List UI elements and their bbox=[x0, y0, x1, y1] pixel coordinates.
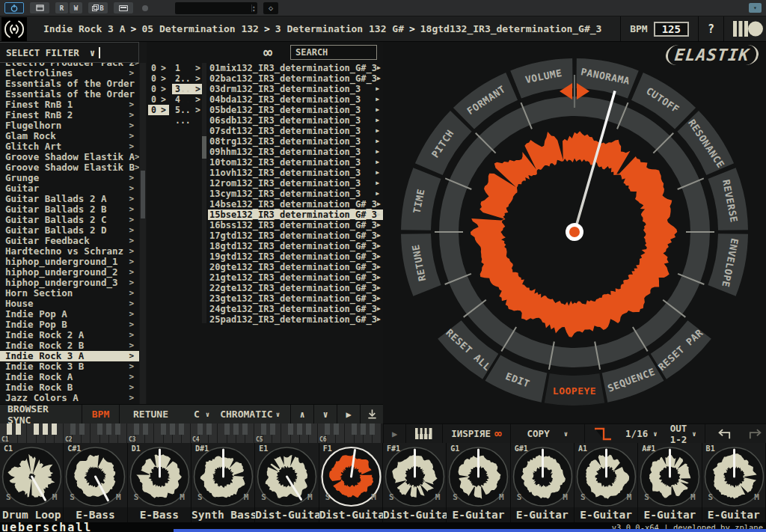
solo-button[interactable]: S bbox=[134, 492, 139, 502]
sample-file-item[interactable]: 17gtd132_IR3_determination_G#_3▶ bbox=[208, 230, 383, 241]
undo-button[interactable] bbox=[705, 424, 741, 443]
scrollbar-thumb[interactable] bbox=[202, 136, 206, 159]
solo-button[interactable]: S bbox=[70, 492, 75, 502]
folder-level1-item[interactable]: 0> bbox=[148, 105, 169, 115]
mute-button[interactable]: M bbox=[307, 492, 313, 502]
loopeye-dial[interactable] bbox=[383, 42, 766, 424]
black-key[interactable] bbox=[242, 424, 248, 435]
soundbank-item[interactable]: Guitar> bbox=[0, 183, 139, 194]
sample-file-item[interactable]: 19gtd132_IR3_determination_G#_3▶ bbox=[208, 251, 383, 262]
sample-file-item[interactable]: 15bse132_IR3_determination_G#_3▶ bbox=[208, 210, 383, 220]
black-key[interactable] bbox=[334, 424, 339, 435]
black-key[interactable] bbox=[34, 424, 39, 435]
file-list-scrollbar[interactable] bbox=[202, 63, 206, 323]
slot-gs1[interactable]: G#1SME-Guitar bbox=[511, 443, 574, 522]
sample-file-item[interactable]: 22gte132_IR3_determination_G#_3▶ bbox=[208, 283, 383, 293]
folder-level1-item[interactable]: 0> bbox=[148, 73, 169, 84]
loopeye-label-loopeye[interactable]: LOOPEYE bbox=[553, 385, 596, 397]
menu-button[interactable] bbox=[114, 2, 133, 13]
soundbank-item[interactable]: Indie Pop B> bbox=[0, 319, 139, 330]
black-key[interactable] bbox=[143, 424, 148, 435]
soundbank-item[interactable]: Indie Rock 3 B> bbox=[0, 361, 139, 372]
folder-level2-item[interactable]: 5 ...> bbox=[172, 105, 203, 115]
sample-file-item[interactable]: 18gtd132_IR3_determination_G#_3▶ bbox=[208, 241, 383, 251]
sample-file-item[interactable]: 09hhm132_IR3_determination_3▶ bbox=[208, 147, 383, 157]
output-dropdown[interactable]: OUT 1-2 ∨ bbox=[662, 424, 705, 443]
soundbank-item[interactable]: Flugelhorn> bbox=[0, 120, 139, 131]
sample-file-item[interactable]: 14bse132_IR3_determination_G#_3▶ bbox=[208, 199, 383, 210]
sample-file-item[interactable]: 08trg132_IR3_determination_3▶ bbox=[208, 136, 383, 147]
soundbank-item[interactable]: Indie Rock 3 A> bbox=[0, 351, 139, 361]
breadcrumb-part[interactable]: Indie Rock 3 A bbox=[43, 23, 126, 34]
mute-button[interactable]: M bbox=[180, 492, 185, 502]
pin-button[interactable] bbox=[30, 2, 49, 13]
mute-button[interactable]: M bbox=[754, 492, 759, 502]
search-input[interactable]: SEARCH bbox=[290, 45, 377, 60]
solo-button[interactable]: S bbox=[6, 492, 11, 502]
inspire-button[interactable]: IИSPIЯE ∞ bbox=[443, 424, 510, 443]
mute-button[interactable]: M bbox=[627, 492, 632, 502]
black-key[interactable] bbox=[106, 424, 111, 435]
soundbank-item[interactable]: Groove Shadow Elastik A> bbox=[0, 152, 139, 162]
sample-file-item[interactable]: 05bde132_IR3_determination_3▶ bbox=[208, 105, 383, 115]
black-key[interactable] bbox=[161, 424, 166, 435]
black-key[interactable] bbox=[352, 424, 357, 435]
grid-dropdown[interactable]: 1/16 ∨ bbox=[621, 424, 662, 443]
mute-button[interactable]: M bbox=[244, 492, 249, 502]
soundbank-item[interactable]: Groove Shadow Elastik B> bbox=[0, 162, 139, 173]
window-corner-button[interactable]: ▾ bbox=[749, 3, 762, 13]
infinity-filter-button[interactable]: ∞ bbox=[263, 43, 272, 61]
black-key[interactable] bbox=[197, 424, 203, 435]
soundbank-item[interactable]: Jazz Colors A> bbox=[0, 393, 139, 403]
slot-cs1[interactable]: C#1SME-Bass bbox=[64, 443, 127, 522]
key-dropdown[interactable]: C ∨ bbox=[176, 405, 217, 424]
sample-file-item[interactable]: 25pad132_IR3_determination_G#_3▶ bbox=[208, 314, 383, 325]
browser-sync-button[interactable]: BROWSER SYNC bbox=[0, 405, 82, 424]
sample-file-item[interactable]: 11ovh132_IR3_determination_3▶ bbox=[208, 168, 383, 178]
soundbank-item[interactable]: hiphop_underground_2> bbox=[0, 267, 139, 278]
black-key[interactable] bbox=[70, 424, 76, 435]
redo-button[interactable] bbox=[741, 424, 766, 443]
soundbank-item[interactable]: hiphop_underground_1> bbox=[0, 257, 139, 267]
keyboard-octave[interactable]: C1 bbox=[0, 424, 64, 443]
black-key[interactable] bbox=[115, 424, 120, 435]
automation-read-button[interactable]: R bbox=[55, 2, 68, 13]
black-key[interactable] bbox=[224, 424, 230, 435]
soundbank-item[interactable]: Essentials of the Order B> bbox=[0, 89, 139, 100]
black-key[interactable] bbox=[43, 424, 48, 435]
breadcrumb-part[interactable]: 3 Determination 132 G# bbox=[275, 23, 404, 34]
preset-dropdown[interactable]: ▴▾ bbox=[175, 2, 257, 14]
sample-file-item[interactable]: 04bda132_IR3_determination_3▶ bbox=[208, 94, 383, 105]
keyboard-octave[interactable]: C4 bbox=[191, 424, 254, 443]
sample-file-item[interactable]: 03drm132_IR3_determination_3▶ bbox=[208, 84, 383, 94]
soundbank-item[interactable]: Electrolines> bbox=[0, 68, 139, 79]
keyboard-octave[interactable]: C6 bbox=[318, 424, 382, 443]
solo-button[interactable]: S bbox=[644, 492, 649, 502]
sample-file-item[interactable]: 07sdt132_IR3_determination_3▶ bbox=[208, 126, 383, 136]
sample-file-item[interactable]: 06sdb132_IR3_determination_3▶ bbox=[208, 115, 383, 126]
black-key[interactable] bbox=[325, 424, 330, 435]
help-button[interactable]: ? bbox=[698, 16, 723, 41]
soundbank-item[interactable]: Glitch Art> bbox=[0, 141, 139, 152]
import-button[interactable] bbox=[360, 405, 383, 424]
black-key[interactable] bbox=[306, 424, 311, 435]
slot-ds1[interactable]: D#1SMSynth Bass bbox=[192, 443, 255, 522]
soundbank-item[interactable]: Indie Rock 2 B> bbox=[0, 340, 139, 351]
play-button[interactable]: ▶ bbox=[383, 424, 406, 443]
soundbank-item[interactable]: Indie Rock 2 A> bbox=[0, 330, 139, 340]
solo-button[interactable]: S bbox=[708, 492, 714, 502]
black-key[interactable] bbox=[52, 424, 57, 435]
slot-d1[interactable]: D1SME-Bass bbox=[128, 443, 192, 522]
copy-dropdown[interactable]: COPY ∨ bbox=[511, 424, 586, 443]
sample-file-item[interactable]: 20gte132_IR3_determination_G#_3▶ bbox=[208, 262, 383, 272]
sample-file-item[interactable]: 02bac132_IR3_determination_G#_3▶ bbox=[208, 73, 383, 84]
slot-f1[interactable]: F1SMDist-Guitar bbox=[319, 443, 383, 522]
soundbank-item[interactable]: Guitar Ballads 2 A> bbox=[0, 194, 139, 204]
power-button[interactable] bbox=[4, 2, 24, 13]
scale-dropdown[interactable]: CHROMATIC ∨ bbox=[217, 405, 287, 424]
solo-button[interactable]: S bbox=[580, 492, 586, 502]
preview-play-button[interactable]: ▶ bbox=[337, 405, 360, 424]
solo-button[interactable]: S bbox=[261, 492, 266, 502]
compare-diamond-button[interactable]: ◇ bbox=[263, 2, 278, 14]
black-key[interactable] bbox=[170, 424, 175, 435]
